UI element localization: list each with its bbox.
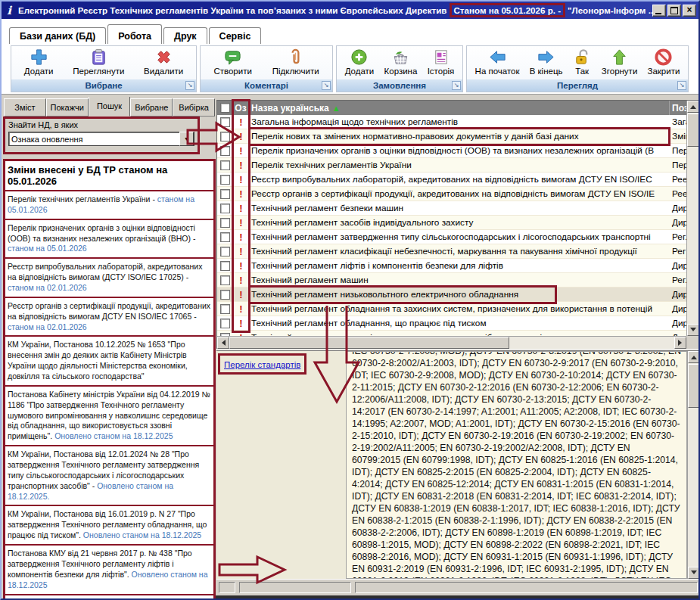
table-horizontal-scrollbar[interactable] bbox=[217, 336, 686, 349]
toolbar-button[interactable]: Історія bbox=[425, 47, 457, 76]
sidebar-list-item[interactable]: Постанова Кабінету міністрів України від… bbox=[5, 387, 213, 446]
list-item-date-link[interactable]: станом на 02.01.2026 bbox=[8, 283, 87, 292]
checkbox-icon[interactable] bbox=[220, 290, 230, 300]
list-item-date-link[interactable]: Оновлено станом на 18.12.2025 bbox=[54, 431, 173, 440]
toolbar-button[interactable]: Закрити bbox=[646, 47, 683, 76]
list-item-date-link[interactable]: Оновлено станом на 18.12.2025 bbox=[83, 530, 201, 539]
sidebar-tab[interactable]: Вибірка bbox=[173, 98, 215, 117]
toolbar-button[interactable]: Видалити bbox=[142, 47, 185, 76]
table-row[interactable]: !Технічний регламент низьковольтного еле… bbox=[217, 288, 686, 302]
checkbox-icon[interactable] bbox=[220, 160, 230, 170]
sidebar-tab[interactable]: Пошук bbox=[89, 97, 131, 117]
toolbar-button[interactable]: Підключити bbox=[270, 47, 322, 76]
row-checkbox-cell[interactable] bbox=[217, 204, 233, 213]
row-checkbox-cell[interactable] bbox=[217, 189, 233, 199]
table-row[interactable]: !Перелік технічних регламентів УкраїниПе… bbox=[217, 158, 686, 173]
checkbox-icon[interactable] bbox=[220, 275, 230, 285]
row-checkbox-cell[interactable] bbox=[217, 146, 233, 156]
dialog-launcher-icon[interactable]: ↘ bbox=[322, 81, 331, 90]
maximize-button[interactable] bbox=[667, 5, 681, 17]
row-checkbox-cell[interactable] bbox=[217, 290, 233, 300]
ribbon-tab[interactable]: Друк bbox=[163, 27, 207, 44]
row-checkbox-cell[interactable] bbox=[217, 275, 233, 285]
header-pos-column[interactable]: Поз bbox=[670, 101, 686, 115]
checkbox-icon[interactable] bbox=[220, 247, 230, 256]
table-row[interactable]: !Технічний регламент засобів індивідуаль… bbox=[217, 216, 686, 230]
sidebar-list-item[interactable]: КМ України, Постанова 10.12.2025 № 1653 … bbox=[5, 337, 213, 386]
details-vertical-scrollbar[interactable] bbox=[687, 351, 700, 579]
table-row[interactable]: !Технічний регламент обладнання та захис… bbox=[217, 302, 686, 316]
row-checkbox-cell[interactable] bbox=[217, 319, 233, 328]
toolbar-button[interactable]: Додати bbox=[22, 47, 56, 76]
table-row[interactable]: !Перелік призначених органів з оцінки ві… bbox=[217, 144, 686, 158]
dialog-launcher-icon[interactable]: ↘ bbox=[677, 81, 686, 90]
table-row[interactable]: !Загальна інформація щодо технічних регл… bbox=[217, 115, 686, 129]
checkbox-icon[interactable] bbox=[220, 204, 230, 213]
row-checkbox-cell[interactable] bbox=[217, 232, 233, 242]
table-row[interactable]: !Реєстр випробувальних лабораторій, акре… bbox=[217, 173, 686, 187]
toolbar-button[interactable]: Корзина bbox=[382, 47, 420, 76]
dialog-launcher-icon[interactable]: ↘ bbox=[185, 81, 194, 90]
table-row[interactable]: !Технічний регламент приладів, що працюю… bbox=[217, 331, 686, 336]
sidebar-list-item[interactable]: Перелік призначених органів з оцінки від… bbox=[5, 220, 213, 260]
row-checkbox-cell[interactable] bbox=[217, 247, 233, 256]
scroll-right-button[interactable] bbox=[674, 337, 686, 349]
sidebar-list-item[interactable]: Перелік технічних регламентів України - … bbox=[5, 191, 213, 220]
list-item-date-link[interactable]: станом на 02.01.2026 bbox=[8, 322, 87, 331]
checkbox-icon[interactable] bbox=[220, 319, 230, 328]
sidebar-list-item[interactable]: КМ України, Постанова від 16.01.2019 р. … bbox=[5, 506, 213, 546]
row-checkbox-cell[interactable] bbox=[217, 304, 233, 314]
row-checkbox-cell[interactable] bbox=[217, 175, 233, 185]
header-checkbox-cell[interactable] bbox=[217, 101, 233, 115]
scrollbar-thumb[interactable] bbox=[229, 337, 509, 349]
checkbox-icon[interactable] bbox=[220, 132, 230, 141]
sidebar-list-item[interactable]: КМ України, Постанова від 14.01.2025 № 2… bbox=[5, 595, 213, 599]
scroll-left-button[interactable] bbox=[217, 337, 229, 349]
sidebar-tab[interactable]: Зміст bbox=[4, 98, 46, 117]
row-checkbox-cell[interactable] bbox=[217, 132, 233, 141]
scroll-down-button[interactable] bbox=[688, 567, 700, 579]
checkbox-icon[interactable] bbox=[220, 189, 230, 199]
minimize-button[interactable] bbox=[652, 5, 666, 17]
header-name-column[interactable]: Назва українська ▲ bbox=[249, 101, 670, 115]
sidebar-list-item[interactable]: Реєстр випробувальних лабораторій, акред… bbox=[5, 259, 213, 298]
row-checkbox-cell[interactable] bbox=[217, 160, 233, 170]
scrollbar-thumb[interactable] bbox=[687, 113, 699, 147]
dropdown-button[interactable]: ▼ bbox=[179, 132, 194, 146]
toolbar-button[interactable]: Згорнути bbox=[599, 47, 639, 76]
toolbar-button[interactable]: На початок bbox=[473, 47, 522, 76]
scrollbar-thumb[interactable] bbox=[688, 364, 700, 408]
toolbar-button[interactable]: Додати bbox=[343, 47, 377, 76]
checkbox-icon[interactable] bbox=[220, 117, 230, 127]
scroll-down-button[interactable] bbox=[687, 324, 699, 336]
checkbox-icon[interactable] bbox=[220, 232, 230, 242]
checkbox-icon[interactable] bbox=[220, 261, 230, 271]
close-button[interactable]: × bbox=[683, 5, 696, 17]
table-row[interactable]: !Реєстр органів з сертифікації продукції… bbox=[217, 187, 686, 201]
ribbon-tab[interactable]: Сервіс bbox=[209, 27, 262, 44]
toolbar-button[interactable]: Створити bbox=[211, 47, 254, 76]
table-row[interactable]: !Технічний регламент машинРегл bbox=[217, 273, 686, 288]
checkbox-icon[interactable] bbox=[220, 304, 230, 314]
sidebar-tab[interactable]: Вибране bbox=[130, 98, 173, 117]
checkbox-icon[interactable] bbox=[220, 218, 230, 228]
table-row[interactable]: !Технічний регламент безпеки машинДир bbox=[217, 201, 686, 216]
toolbar-button[interactable]: Переглянути bbox=[70, 47, 126, 76]
table-row[interactable]: !Технічний регламент ліфтів і компоненті… bbox=[217, 259, 686, 273]
table-row[interactable]: !Технічний регламент обладнання, що прац… bbox=[217, 316, 686, 331]
search-criteria-dropdown[interactable]: Ознака оновлення ▼ bbox=[8, 132, 194, 146]
sidebar-list-item[interactable]: Реєстр органів з сертифікації продукції,… bbox=[5, 298, 213, 337]
table-row[interactable]: !Технічний регламент класифікації небезп… bbox=[217, 244, 686, 259]
checkbox-icon[interactable] bbox=[220, 146, 230, 156]
sidebar-list-item[interactable]: Постанова КМУ від 21 червня 2017 р. № 43… bbox=[5, 546, 213, 595]
standards-text-area[interactable]: ІЕС 60730-2-7:2008, MOD); ДСТУ EN 60730-… bbox=[346, 351, 687, 579]
list-item-date-link[interactable]: станом на 05.01.2026 bbox=[8, 244, 87, 253]
row-checkbox-cell[interactable] bbox=[217, 261, 233, 271]
row-checkbox-cell[interactable] bbox=[217, 117, 233, 127]
row-checkbox-cell[interactable] bbox=[217, 218, 233, 228]
table-vertical-scrollbar[interactable] bbox=[686, 101, 699, 336]
ribbon-tab[interactable]: Бази даних (БД) bbox=[9, 27, 106, 44]
sidebar-tab[interactable]: Покажчи bbox=[46, 98, 89, 117]
scroll-up-button[interactable] bbox=[688, 351, 700, 363]
toolbar-button[interactable]: Так bbox=[571, 47, 594, 76]
